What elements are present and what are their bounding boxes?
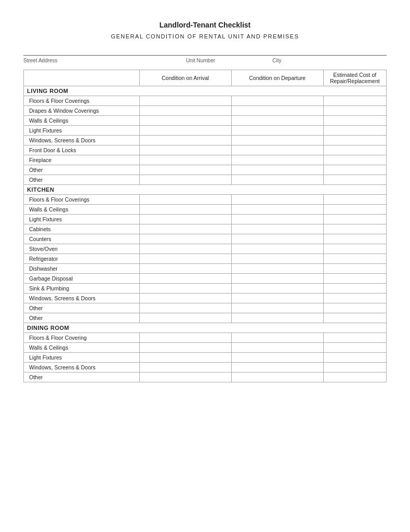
arrival-cell[interactable]: [139, 96, 231, 106]
arrival-cell[interactable]: [139, 294, 231, 303]
departure-cell[interactable]: [231, 234, 323, 244]
cost-cell[interactable]: [323, 205, 386, 215]
arrival-cell[interactable]: [139, 264, 231, 274]
departure-cell[interactable]: [231, 274, 323, 284]
arrival-cell[interactable]: [139, 303, 231, 313]
arrival-cell[interactable]: [139, 284, 231, 294]
city-label: City: [272, 58, 387, 63]
arrival-cell[interactable]: [139, 234, 231, 244]
departure-cell[interactable]: [231, 145, 323, 155]
departure-cell[interactable]: [231, 126, 323, 136]
cost-cell[interactable]: [323, 284, 386, 294]
table-row: Windows, Screens & Doors: [24, 294, 387, 303]
page-subtitle: GENERAL CONDITION OF RENTAL UNIT AND PRE…: [23, 33, 387, 39]
item-label: Cabinets: [24, 224, 140, 234]
arrival-cell[interactable]: [139, 313, 231, 323]
cost-cell[interactable]: [323, 165, 386, 175]
item-label: Other: [24, 175, 140, 185]
table-row: Other: [24, 175, 387, 185]
table-row: Garbage Disposal: [24, 274, 387, 284]
cost-cell[interactable]: [323, 244, 386, 254]
checklist-table: Condition on Arrival Condition on Depart…: [23, 70, 387, 382]
arrival-cell[interactable]: [139, 373, 231, 382]
arrival-cell[interactable]: [139, 353, 231, 363]
item-label: Light Fixtures: [24, 215, 140, 224]
departure-cell[interactable]: [231, 343, 323, 353]
departure-cell[interactable]: [231, 106, 323, 116]
arrival-cell[interactable]: [139, 136, 231, 145]
cost-cell[interactable]: [323, 175, 386, 185]
cost-cell[interactable]: [323, 116, 386, 126]
cost-cell[interactable]: [323, 145, 386, 155]
departure-cell[interactable]: [231, 294, 323, 303]
departure-cell[interactable]: [231, 284, 323, 294]
cost-cell[interactable]: [323, 106, 386, 116]
departure-cell[interactable]: [231, 136, 323, 145]
cost-cell[interactable]: [323, 254, 386, 264]
cost-cell[interactable]: [323, 274, 386, 284]
departure-cell[interactable]: [231, 155, 323, 165]
departure-cell[interactable]: [231, 303, 323, 313]
arrival-cell[interactable]: [139, 244, 231, 254]
table-row: Floors & Floor Coverings: [24, 96, 387, 106]
departure-cell[interactable]: [231, 353, 323, 363]
cost-cell[interactable]: [323, 294, 386, 303]
cost-cell[interactable]: [323, 136, 386, 145]
departure-cell[interactable]: [231, 96, 323, 106]
departure-cell[interactable]: [231, 313, 323, 323]
cost-cell[interactable]: [323, 155, 386, 165]
departure-cell[interactable]: [231, 264, 323, 274]
cost-cell[interactable]: [323, 126, 386, 136]
departure-cell[interactable]: [231, 254, 323, 264]
departure-cell[interactable]: [231, 116, 323, 126]
table-row: Windows, Screens & Doors: [24, 363, 387, 373]
table-row: Other: [24, 313, 387, 323]
departure-cell[interactable]: [231, 363, 323, 373]
table-row: Light Fixtures: [24, 353, 387, 363]
cost-cell[interactable]: [323, 215, 386, 224]
item-label: Stove/Oven: [24, 244, 140, 254]
arrival-cell[interactable]: [139, 175, 231, 185]
departure-cell[interactable]: [231, 333, 323, 343]
departure-cell[interactable]: [231, 215, 323, 224]
cost-cell[interactable]: [323, 264, 386, 274]
departure-cell[interactable]: [231, 205, 323, 215]
arrival-cell[interactable]: [139, 165, 231, 175]
arrival-cell[interactable]: [139, 145, 231, 155]
departure-cell[interactable]: [231, 195, 323, 205]
arrival-cell[interactable]: [139, 126, 231, 136]
departure-cell[interactable]: [231, 373, 323, 382]
arrival-cell[interactable]: [139, 254, 231, 264]
arrival-cell[interactable]: [139, 343, 231, 353]
cost-cell[interactable]: [323, 224, 386, 234]
arrival-cell[interactable]: [139, 215, 231, 224]
arrival-cell[interactable]: [139, 224, 231, 234]
arrival-cell[interactable]: [139, 155, 231, 165]
cost-cell[interactable]: [323, 373, 386, 382]
arrival-cell[interactable]: [139, 116, 231, 126]
cost-cell[interactable]: [323, 313, 386, 323]
departure-cell[interactable]: [231, 224, 323, 234]
arrival-cell[interactable]: [139, 274, 231, 284]
cost-cell[interactable]: [323, 333, 386, 343]
cost-cell[interactable]: [323, 343, 386, 353]
arrival-cell[interactable]: [139, 363, 231, 373]
table-row: Front Door & Locks: [24, 145, 387, 155]
arrival-cell[interactable]: [139, 195, 231, 205]
cost-cell[interactable]: [323, 234, 386, 244]
arrival-cell[interactable]: [139, 205, 231, 215]
item-label: Walls & Ceilings: [24, 205, 140, 215]
arrival-cell[interactable]: [139, 106, 231, 116]
cost-cell[interactable]: [323, 303, 386, 313]
cost-cell[interactable]: [323, 195, 386, 205]
item-label: Floors & Floor Coverings: [24, 195, 140, 205]
cost-cell[interactable]: [323, 363, 386, 373]
cost-cell[interactable]: [323, 353, 386, 363]
departure-cell[interactable]: [231, 175, 323, 185]
table-row: Light Fixtures: [24, 126, 387, 136]
departure-cell[interactable]: [231, 244, 323, 254]
cost-cell[interactable]: [323, 96, 386, 106]
item-label: Walls & Ceilings: [24, 343, 140, 353]
arrival-cell[interactable]: [139, 333, 231, 343]
departure-cell[interactable]: [231, 165, 323, 175]
